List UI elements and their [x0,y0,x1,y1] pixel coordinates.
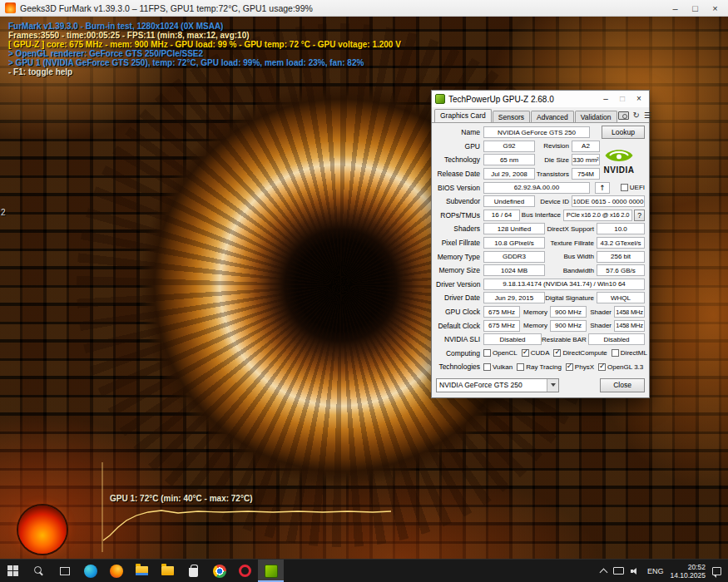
gpuz-graphics-card-panel: NVIDIA Name NVIDIA GeForce GTS 250 Looku… [432,122,649,392]
shaders-label: Shaders [436,224,483,233]
driver-version-value: 9.18.13.4174 (NVIDIA 341.74) / Win10 64 [483,279,645,290]
die-size-label: Die Size [535,156,572,164]
furmark-app-icon [5,2,16,13]
temp-curve [103,510,391,540]
row-memory-size: Memory Size 1024 MB Bandwidth 57.6 GB/s [436,264,645,278]
furmark-flame-logo [18,506,67,554]
taskbar-file-explorer-button[interactable] [129,560,155,582]
uefi-group: UEFI [621,184,645,191]
memory-size-value: 1024 MB [483,264,545,276]
bios-upload-icon[interactable]: ↑ [595,182,610,194]
taskbar-folder-button[interactable] [155,560,181,582]
opencl-checkbox[interactable] [483,349,491,357]
default-clock-label: Default Clock [436,322,483,330]
furmark-titlebar: Geeks3D FurMark v1.39.3.0 – 11FPS, GPU1 … [0,0,728,17]
edge-icon [84,565,97,578]
default-clock-shader-value: 1458 MHz [614,320,645,332]
volume-icon[interactable] [631,567,641,575]
file-explorer-icon [136,566,148,575]
system-tray: ENG 20:52 14.10.2025 [594,560,728,582]
bus-interface-value: PCIe x16 2.0 @ x16 2.0 [563,210,632,221]
gpuz-titlebar[interactable]: TechPowerUp GPU-Z 2.68.0 – □ × [432,91,649,107]
start-button[interactable] [0,560,26,582]
driver-date-label: Driver Date [436,293,483,302]
gpuz-minimize-icon[interactable]: – [599,91,612,107]
osd-help-line: - F1: toggle help [8,67,401,76]
gpuz-maximize-icon[interactable]: □ [616,91,629,107]
minimize-icon[interactable]: – [667,0,683,17]
clock[interactable]: 20:52 14.10.2025 [670,563,706,580]
refresh-icon[interactable]: ↻ [633,111,640,120]
directx-value: 10.0 [597,223,645,234]
tab-advanced[interactable]: Advanced [531,111,574,123]
taskbar-opera-button[interactable] [232,560,258,582]
tab-graphics-card[interactable]: Graphics Card [434,109,492,122]
taskbar-store-button[interactable] [181,560,206,582]
row-memory-type: Memory Type GDDR3 Bus Width 256 bit [436,249,645,264]
card-selector-dropdown[interactable]: NVIDIA GeForce GTS 250 [436,378,559,392]
gpuz-window-title: TechPowerUp GPU-Z 2.68.0 [448,95,596,104]
taskbar-gpuz-button[interactable] [258,560,284,582]
tab-sensors[interactable]: Sensors [493,111,530,123]
menu-icon[interactable]: ☰ [644,111,651,120]
row-computing: Computing OpenCL CUDA DirectCompute Dire… [436,347,645,361]
action-center-icon[interactable] [712,567,721,575]
store-icon [189,568,198,577]
bus-interface-help-button[interactable]: ? [634,210,645,221]
rops-tmus-label: ROPs/TMUs [436,211,483,219]
close-button[interactable]: Close [600,378,645,392]
default-clock-value: 675 MHz [483,320,520,332]
row-gpu-clock: GPU Clock 675 MHz Memory 900 MHz Shader … [436,305,645,319]
resizable-bar-value: Disabled [588,333,645,345]
language-indicator[interactable]: ENG [647,567,664,575]
gpuz-close-icon[interactable]: × [632,91,646,107]
taskbar-chrome-button[interactable] [206,560,232,582]
default-clock-memory-label: Memory [520,322,550,329]
bus-width-label: Bus Width [545,253,597,260]
transistors-label: Transistors [535,170,572,178]
close-icon[interactable]: × [707,0,723,17]
device-id-value: 10DE 0615 - 0000 0000 [572,195,645,207]
revision-label: Revision [535,142,572,150]
nvidia-eye-icon [602,146,636,165]
left-edge-label: 2 [1,208,6,217]
technology-value: 65 nm [483,154,535,165]
taskbar-edge-button[interactable] [77,560,103,582]
opengl-checkbox[interactable] [598,363,606,371]
task-view-button[interactable] [52,560,77,582]
computing-label: Computing [436,349,483,358]
maximize-icon[interactable]: □ [687,0,703,17]
directml-checkbox[interactable] [612,349,619,357]
bios-version-value: 62.92.9A.00.00 [483,182,590,194]
directx-label: DirectX Support [545,225,597,233]
digital-signature-label: Digital Signature [545,294,597,302]
bandwidth-value: 57.6 GB/s [597,264,645,276]
sli-value: Disabled [483,333,542,345]
uefi-checkbox[interactable] [621,184,628,191]
lookup-button[interactable]: Lookup [602,126,645,139]
gpu-clock-memory-value: 900 MHz [550,306,587,318]
nvidia-wordmark: NVIDIA [604,165,635,175]
card-selector-value: NVIDIA GeForce GTS 250 [439,381,522,389]
tray-expand-icon[interactable] [599,568,607,576]
tab-validation[interactable]: Validation [575,111,617,123]
row-default-clock: Default Clock 675 MHz Memory 900 MHz Sha… [436,318,645,333]
directcompute-checkbox[interactable] [553,349,561,357]
clock-date: 14.10.2025 [670,571,706,580]
taskbar-search-button[interactable] [26,560,52,582]
ray-tracing-checkbox[interactable] [517,363,524,371]
physx-checkbox[interactable] [566,363,573,371]
vulkan-checkbox[interactable] [483,363,491,371]
gpu-temp-graph-label: GPU 1: 72°C (min: 40°C - max: 72°C) [110,494,252,503]
driver-date-value: Jun 29, 2015 [483,292,545,303]
screenshot-camera-icon[interactable] [618,111,629,120]
cuda-label: CUDA [531,349,550,357]
bandwidth-label: Bandwidth [545,267,597,274]
uefi-label: UEFI [630,184,645,191]
row-driver-date: Driver Date Jun 29, 2015 Digital Signatu… [436,291,645,305]
cuda-checkbox[interactable] [522,349,529,357]
network-icon[interactable] [613,567,624,575]
row-name: Name NVIDIA GeForce GTS 250 Lookup [436,126,645,140]
taskbar-firefox-button[interactable] [103,560,129,582]
subvendor-value: Undefined [483,195,535,207]
